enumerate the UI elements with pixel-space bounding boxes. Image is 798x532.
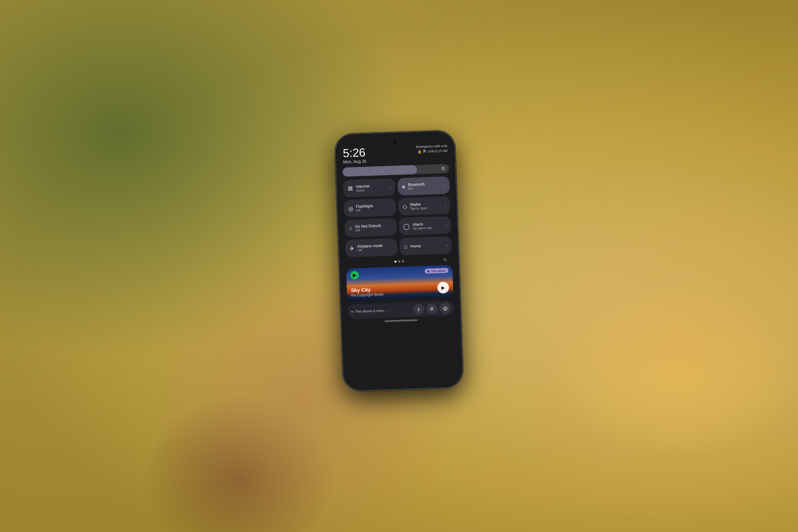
dot-2: [398, 261, 400, 263]
alarm-time: Until 5:15 AM: [428, 149, 448, 153]
screen-content: 5:26 Mon, Aug 26 Emergency calls only 🔒 …: [336, 132, 461, 389]
tile-wallet-subtitle: Tap to open: [410, 206, 442, 211]
tile-flashlight-subtitle: Off: [356, 207, 392, 213]
flashlight-icon: ◎: [348, 205, 353, 212]
tile-flashlight[interactable]: ◎ Flashlight Off: [344, 198, 396, 217]
wallet-icon: ◇: [402, 203, 407, 210]
music-artist: No Copyright Beats: [351, 292, 384, 298]
tile-internet[interactable]: ⌘ Internet Avina ›: [343, 178, 395, 197]
device-conn-text: This device is conn...: [355, 308, 386, 313]
tile-alarm[interactable]: ◯ Alarm No alarm set ›: [399, 216, 451, 235]
tile-internet-subtitle: Avina: [356, 187, 387, 192]
tile-home[interactable]: ⌂ Home ›: [399, 236, 452, 255]
clock-time: 5:26: [342, 147, 366, 159]
music-info: Sky City No Copyright Beats: [351, 286, 384, 298]
music-card[interactable]: ▶ ◣ This phone Sky City No Copyright Bea…: [346, 265, 454, 301]
tile-dnd-text: Do Not Disturb Off: [355, 223, 392, 233]
time-block: 5:26 Mon, Aug 26: [342, 147, 367, 164]
tile-flashlight-text: Flashlight Off: [356, 203, 392, 213]
power-button-bottom[interactable]: ⏻: [440, 303, 451, 314]
bottom-bar: ∞ This device is conn... › 1 ⚙ ⏻: [347, 300, 454, 319]
dot-1: [394, 261, 396, 263]
tile-bluetooth-text: Bluetooth On: [408, 181, 441, 191]
settings-gear-icon: ⚙: [430, 306, 434, 311]
tile-dnd[interactable]: ○ Do Not Disturb Off: [344, 218, 397, 237]
edit-icon[interactable]: ✎: [443, 257, 447, 263]
alarm-status: 🔒 ⌘ Until 5:15 AM: [417, 148, 448, 154]
tile-airplane-subtitle: Off: [357, 247, 393, 253]
music-overlay: ▶ ◣ This phone Sky City No Copyright Bea…: [346, 265, 454, 301]
arrow-icon: ›: [446, 243, 448, 247]
tile-internet-text: Internet Avina: [356, 183, 387, 193]
device-conn-icon: ∞: [351, 309, 354, 313]
page-dots: [394, 260, 404, 263]
arrow-icon: ›: [389, 185, 391, 190]
alarm-tile-icon: ◯: [403, 223, 410, 230]
device-count-button[interactable]: 1: [413, 304, 424, 315]
dot-3: [401, 260, 404, 262]
power-icon: ⏻: [443, 306, 447, 311]
arrow-icon: ›: [446, 223, 447, 227]
clock-date: Mon, Aug 26: [343, 159, 367, 164]
spotify-icon: ▶: [350, 271, 359, 280]
device-count: 1: [417, 307, 420, 311]
wifi-icon: ⌘: [347, 185, 354, 192]
tile-wallet[interactable]: ◇ Wallet Tap to open ›: [398, 196, 451, 215]
airplane-icon: ✈: [350, 245, 355, 251]
home-indicator[interactable]: [384, 319, 418, 322]
dots-row: ✎: [346, 257, 452, 266]
tile-dnd-subtitle: Off: [355, 227, 393, 233]
gear-icon[interactable]: ⚙: [441, 166, 446, 172]
arrow-icon: ›: [445, 203, 446, 207]
brightness-slider[interactable]: ⚙: [342, 164, 449, 177]
phone-wrapper: 5:26 Mon, Aug 26 Emergency calls only 🔒 …: [334, 130, 463, 392]
conn-arrow-icon: ›: [388, 308, 389, 313]
tile-alarm-subtitle: No alarm set: [413, 226, 443, 231]
quick-tiles-grid: ⌘ Internet Avina › ⎈ Bluetooth: [343, 176, 452, 257]
alarm-icon: 🔒 ⌘: [417, 149, 427, 154]
status-right: Emergency calls only 🔒 ⌘ Until 5:15 AM: [416, 144, 448, 154]
status-bar: 5:26 Mon, Aug 26 Emergency calls only 🔒 …: [342, 144, 448, 164]
play-button[interactable]: ▶: [437, 281, 449, 293]
bluetooth-icon: ⎈: [402, 183, 406, 190]
settings-button[interactable]: ⚙: [426, 303, 438, 314]
phone-device: 5:26 Mon, Aug 26 Emergency calls only 🔒 …: [334, 130, 463, 392]
device-connection[interactable]: ∞ This device is conn... ›: [351, 308, 411, 314]
this-phone-icon: ◣: [428, 269, 430, 273]
dnd-icon: ○: [349, 225, 352, 232]
tile-home-text: Home: [410, 243, 443, 249]
tile-bluetooth-subtitle: On: [408, 186, 441, 191]
this-phone-text: This phone: [431, 269, 446, 272]
phone-screen: 5:26 Mon, Aug 26 Emergency calls only 🔒 …: [336, 132, 461, 389]
tile-home-title: Home: [410, 243, 443, 249]
scene: 5:26 Mon, Aug 26 Emergency calls only 🔒 …: [0, 0, 798, 532]
this-phone-badge: ◣ This phone: [425, 268, 448, 273]
tile-airplane[interactable]: ✈ Airplane mode Off: [345, 238, 397, 257]
home-icon: ⌂: [404, 243, 408, 250]
tile-bluetooth[interactable]: ⎈ Bluetooth On ›: [397, 176, 450, 195]
brightness-fill: [342, 165, 417, 177]
tile-wallet-text: Wallet Tap to open: [410, 201, 442, 211]
tile-alarm-text: Alarm No alarm set: [413, 221, 443, 230]
emergency-text: Emergency calls only: [416, 144, 448, 149]
arrow-icon: ›: [444, 183, 446, 187]
camera-dot: [393, 140, 397, 144]
tile-airplane-text: Airplane mode Off: [357, 243, 394, 253]
